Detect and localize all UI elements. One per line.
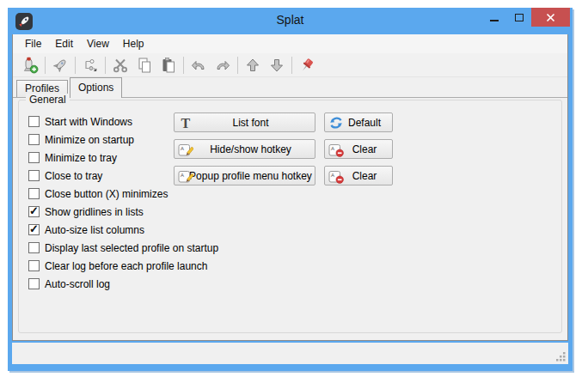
checkbox[interactable] [28, 116, 40, 127]
checkbox-label: Show gridlines in lists [45, 206, 144, 218]
pin-button[interactable] [295, 55, 319, 76]
close-button[interactable] [531, 8, 570, 27]
toolbar-separator [291, 57, 292, 74]
menu-edit[interactable]: Edit [48, 35, 80, 52]
checkbox-label: Auto-scroll log [45, 278, 110, 290]
paste-icon [160, 57, 177, 74]
svg-text:A: A [181, 146, 184, 151]
checkbox-label: Minimize to tray [45, 152, 117, 164]
toolbar [13, 53, 567, 77]
checkbox[interactable] [28, 260, 40, 271]
tab-strip: Profiles Options [13, 77, 567, 98]
organize-button[interactable] [78, 55, 102, 76]
move-up-button[interactable] [241, 55, 265, 76]
minimize-icon [490, 20, 499, 21]
tab-options[interactable]: Options [70, 77, 122, 98]
move-down-button[interactable] [265, 55, 289, 76]
svg-text:A: A [181, 173, 184, 178]
font-icon: T [178, 115, 193, 131]
maximize-button[interactable] [506, 8, 531, 27]
checkbox-checked[interactable]: ✓ [28, 224, 40, 235]
new-profile-button[interactable] [18, 55, 42, 76]
toolbar-separator [75, 57, 76, 74]
toolbar-separator [45, 57, 46, 74]
hide-show-hotkey-button[interactable]: A Hide/show hotkey [174, 139, 315, 159]
groupbox-label: General [26, 94, 70, 106]
new-profile-icon [21, 57, 39, 74]
menu-view[interactable]: View [80, 35, 116, 52]
checkbox-row[interactable]: Auto-scroll log [28, 275, 218, 293]
popup-profile-menu-hotkey-button[interactable]: A Popup profile menu hotkey [174, 166, 315, 185]
checkbox-label: Start with Windows [45, 116, 132, 128]
scissors-icon [112, 57, 129, 74]
copy-icon [136, 57, 153, 74]
menu-help[interactable]: Help [116, 35, 151, 52]
check-icon: ✓ [29, 204, 39, 217]
minimize-button[interactable] [481, 8, 506, 27]
rocket-icon [52, 57, 69, 74]
checkbox[interactable] [28, 188, 40, 199]
menu-file[interactable]: File [18, 35, 48, 52]
checkbox-label: Close button (X) minimizes [45, 188, 168, 200]
maximize-icon [515, 14, 524, 21]
down-arrow-icon [268, 57, 285, 74]
checkbox-label: Auto-size list columns [45, 224, 144, 236]
checkbox-row[interactable]: Display last selected profile on startup [28, 239, 218, 257]
titlebar[interactable]: Splat [8, 8, 573, 34]
redo-arrow-icon [214, 57, 231, 74]
resize-grip[interactable] [555, 351, 567, 362]
pushpin-icon [298, 57, 315, 74]
toolbar-separator [237, 57, 238, 74]
svg-text:A: A [331, 173, 334, 178]
redo-button[interactable] [211, 55, 235, 76]
hotkey-edit-icon: A [178, 142, 193, 157]
hotkey-clear-icon: A [328, 168, 344, 184]
checkbox[interactable] [28, 170, 40, 181]
hotkey-edit-icon: A [178, 168, 193, 184]
checkbox[interactable] [28, 134, 40, 145]
list-font-button[interactable]: T List font [174, 112, 315, 132]
up-arrow-icon [244, 57, 261, 74]
checkbox[interactable] [28, 152, 40, 163]
status-bar [12, 343, 568, 364]
checkbox-checked[interactable]: ✓ [28, 206, 40, 217]
options-tab-page: General Start with Windows Minimize on s… [13, 98, 567, 340]
checkbox-label: Clear log before each profile launch [45, 260, 207, 272]
checkbox-row[interactable]: ✓ Auto-size list columns [28, 221, 218, 239]
checkbox-label: Display last selected profile on startup [45, 242, 218, 254]
svg-text:T: T [181, 116, 191, 131]
client-area: File Edit View Help [12, 34, 568, 341]
checkbox-row[interactable]: Clear log before each profile launch [28, 257, 218, 275]
paste-button[interactable] [156, 55, 181, 76]
checkbox-label: Minimize on startup [45, 134, 134, 146]
check-icon: ✓ [29, 222, 39, 235]
close-icon [546, 13, 555, 22]
hotkey-clear-icon: A [328, 142, 344, 157]
tree-icon [82, 57, 99, 74]
checkbox-row[interactable]: Close button (X) minimizes [28, 185, 218, 203]
toolbar-separator [183, 57, 184, 74]
checkbox[interactable] [28, 278, 40, 289]
checkbox[interactable] [28, 242, 40, 253]
toolbar-separator [105, 57, 106, 74]
general-groupbox: General Start with Windows Minimize on s… [18, 100, 562, 333]
menu-bar: File Edit View Help [13, 34, 567, 53]
clear-hide-show-hotkey-button[interactable]: A Clear [324, 139, 393, 159]
default-font-button[interactable]: Default [324, 112, 393, 132]
clear-popup-hotkey-button[interactable]: A Clear [324, 166, 393, 185]
app-window: Splat File Edit View Help [8, 8, 573, 371]
refresh-icon [328, 115, 344, 131]
undo-button[interactable] [187, 55, 211, 76]
checkbox-label: Close to tray [45, 170, 102, 182]
launch-button[interactable] [48, 55, 72, 76]
checkbox-row[interactable]: ✓ Show gridlines in lists [28, 203, 218, 221]
cut-button[interactable] [108, 55, 132, 76]
svg-text:A: A [331, 146, 334, 151]
undo-arrow-icon [190, 57, 207, 74]
copy-button[interactable] [132, 55, 156, 76]
